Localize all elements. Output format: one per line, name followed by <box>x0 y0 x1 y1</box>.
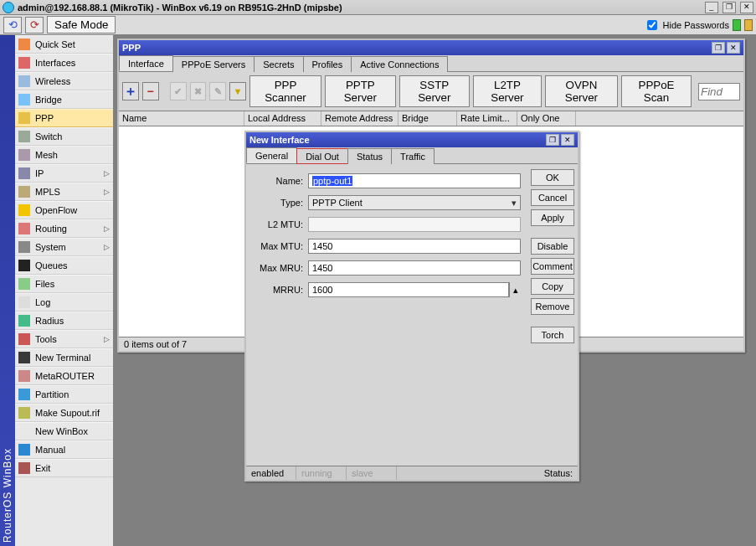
sidebar-item-interfaces[interactable]: Interfaces <box>15 54 113 72</box>
pppoe-scan-button[interactable]: PPPoE Scan <box>621 75 692 107</box>
sidebar-item-label: MetaROUTER <box>35 371 95 381</box>
comment-button[interactable]: Comment <box>531 258 574 275</box>
tab-dial-out[interactable]: Dial Out <box>296 148 348 164</box>
hide-passwords-toggle[interactable]: Hide Passwords <box>644 18 729 33</box>
hide-passwords-label: Hide Passwords <box>663 20 729 30</box>
ppp-window-title-bar[interactable]: PPP ❐ ✕ <box>119 40 743 55</box>
comment-button[interactable]: ✎ <box>209 82 226 100</box>
column-header[interactable]: Bridge <box>399 111 457 126</box>
l2tp-server-button[interactable]: L2TP Server <box>473 75 542 107</box>
pptp-server-button[interactable]: PPTP Server <box>325 75 395 107</box>
sstp-server-button[interactable]: SSTP Server <box>399 75 470 107</box>
sidebar-item-label: Routing <box>35 224 67 234</box>
sidebar-item-label: Make Supout.rif <box>35 408 100 418</box>
column-header[interactable]: Only One <box>517 111 576 126</box>
chevron-right-icon: ▷ <box>104 224 110 233</box>
sidebar-item-label: Files <box>35 279 54 289</box>
sidebar-item-label: PPP <box>35 113 54 123</box>
find-input[interactable] <box>698 83 740 100</box>
sidebar-item-mpls[interactable]: MPLS▷ <box>15 183 113 201</box>
ppp-scanner-button[interactable]: PPP Scanner <box>249 75 321 107</box>
tab-profiles[interactable]: Profiles <box>303 56 352 72</box>
ppp-window-restore-button[interactable]: ❐ <box>712 42 725 54</box>
mrru-stepper[interactable]: ▴ <box>509 282 521 297</box>
filter-button[interactable]: ▼ <box>229 82 246 100</box>
copy-button[interactable]: Copy <box>531 278 574 295</box>
ovpn-server-button[interactable]: OVPN Server <box>545 75 618 107</box>
chevron-right-icon: ▷ <box>104 335 110 343</box>
close-button[interactable]: ✕ <box>740 2 753 13</box>
type-select[interactable]: PPTP Client <box>308 195 521 210</box>
sidebar-item-ppp[interactable]: PPP <box>15 109 113 127</box>
sidebar-item-queues[interactable]: Queues <box>15 256 113 275</box>
redo-button[interactable]: ⟳ <box>25 17 44 33</box>
sidebar-item-mesh[interactable]: Mesh <box>15 146 113 164</box>
tab-pppoe-servers[interactable]: PPPoE Servers <box>172 56 255 72</box>
remove-button[interactable]: Remove <box>531 298 574 315</box>
sidebar-item-openflow[interactable]: OpenFlow <box>15 201 113 219</box>
sidebar-item-radius[interactable]: Radius <box>15 312 113 330</box>
sidebar-item-quick-set[interactable]: Quick Set <box>15 35 113 54</box>
sidebar-item-log[interactable]: Log <box>15 293 113 312</box>
sidebar-item-manual[interactable]: Manual <box>15 440 113 459</box>
cancel-button[interactable]: Cancel <box>531 189 574 206</box>
ok-button[interactable]: OK <box>531 169 574 186</box>
tab-status[interactable]: Status <box>347 148 392 164</box>
column-header[interactable]: Rate Limit... <box>457 111 517 126</box>
column-header[interactable]: Local Address <box>244 111 321 126</box>
undo-button[interactable]: ⟲ <box>3 17 22 33</box>
name-input[interactable]: pptp-out1 <box>308 173 521 188</box>
maxmtu-label: Max MTU: <box>253 241 303 251</box>
dialog-tabs: GeneralDial OutStatusTraffic <box>246 147 578 164</box>
sidebar-item-files[interactable]: Files <box>15 275 113 293</box>
hide-passwords-checkbox[interactable] <box>647 20 657 30</box>
column-header[interactable]: Name <box>119 111 244 126</box>
ppp-window-close-button[interactable]: ✕ <box>727 42 740 54</box>
sidebar-item-new-terminal[interactable]: New Terminal <box>15 348 113 367</box>
menu-icon <box>18 296 30 308</box>
mrru-input[interactable] <box>308 282 509 297</box>
sidebar-item-tools[interactable]: Tools▷ <box>15 330 113 348</box>
disable-button[interactable]: ✖ <box>190 82 207 100</box>
chevron-right-icon: ▷ <box>104 169 110 178</box>
menu-icon <box>18 389 30 400</box>
apply-button[interactable]: Apply <box>531 209 574 226</box>
tab-traffic[interactable]: Traffic <box>391 148 435 164</box>
maximize-button[interactable]: ❐ <box>723 2 736 13</box>
sidebar-item-partition[interactable]: Partition <box>15 385 113 404</box>
sidebar-item-bridge[interactable]: Bridge <box>15 90 113 109</box>
ppp-toolbar: ＋ − ✔ ✖ ✎ ▼ PPP ScannerPPTP ServerSSTP S… <box>119 72 743 111</box>
add-button[interactable]: ＋ <box>122 82 139 100</box>
sidebar-item-routing[interactable]: Routing▷ <box>15 219 113 238</box>
sidebar-item-label: Bridge <box>35 95 62 105</box>
tab-secrets[interactable]: Secrets <box>254 56 303 72</box>
disable-button[interactable]: Disable <box>531 238 574 255</box>
dialog-restore-button[interactable]: ❐ <box>546 134 559 146</box>
maxmtu-input[interactable] <box>308 239 521 254</box>
sidebar-item-system[interactable]: System▷ <box>15 238 113 256</box>
dialog-title-bar[interactable]: New Interface ❐ ✕ <box>246 132 578 147</box>
sidebar-item-make-supout-rif[interactable]: Make Supout.rif <box>15 404 113 422</box>
sidebar-item-wireless[interactable]: Wireless <box>15 72 113 90</box>
enable-button[interactable]: ✔ <box>170 82 187 100</box>
sidebar-item-metarouter[interactable]: MetaROUTER <box>15 367 113 385</box>
safe-mode-button[interactable]: Safe Mode <box>47 16 116 33</box>
tab-active-connections[interactable]: Active Connections <box>351 56 448 72</box>
minimize-button[interactable]: _ <box>705 2 718 13</box>
column-header[interactable]: Remote Address <box>321 111 399 126</box>
sidebar-item-switch[interactable]: Switch <box>15 127 113 146</box>
sidebar-item-ip[interactable]: IP▷ <box>15 164 113 183</box>
sidebar-item-new-winbox[interactable]: New WinBox <box>15 422 113 440</box>
sidebar-item-exit[interactable]: Exit <box>15 459 113 477</box>
tab-interface[interactable]: Interface <box>119 55 173 71</box>
menu-icon <box>18 260 30 271</box>
remove-button[interactable]: − <box>142 82 159 100</box>
dialog-close-button[interactable]: ✕ <box>561 134 574 146</box>
mrru-label: MRRU: <box>253 285 303 295</box>
type-label: Type: <box>253 198 303 208</box>
tab-general[interactable]: General <box>246 147 297 163</box>
menu-icon <box>18 204 30 216</box>
app-icon <box>3 2 14 13</box>
maxmru-input[interactable] <box>308 260 521 276</box>
torch-button[interactable]: Torch <box>531 327 574 343</box>
